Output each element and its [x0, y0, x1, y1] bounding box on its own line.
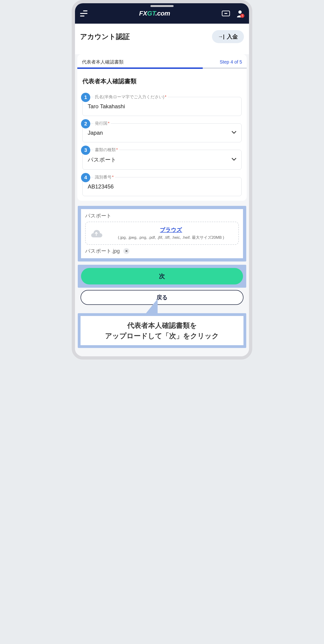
idnum-input[interactable]	[82, 177, 242, 196]
file-hint: (.jpg, .jpeg, .png, .pdf, .jfif, .tiff, …	[108, 235, 234, 240]
header-actions: !	[222, 10, 244, 18]
deposit-button[interactable]: →| 入金	[212, 30, 244, 43]
doctype-label: 書類の種類*	[94, 147, 119, 152]
logo-gt: GT	[147, 10, 156, 17]
callout-box: 代表者本人確認書類を アップロードして「次」をクリック	[78, 313, 246, 348]
name-input[interactable]	[82, 97, 242, 116]
form-card: 代表者本人確認書類 Step 4 of 5 代表者本人確認書類 1 氏名(半角ロ…	[77, 54, 247, 201]
callout-line2: アップロードして「次」をクリック	[83, 330, 241, 341]
ticket-icon[interactable]	[222, 10, 230, 16]
remove-file-button[interactable]: ×	[123, 248, 129, 254]
next-button-highlight: 次	[78, 265, 246, 288]
callout-wrap: 代表者本人確認書類を アップロードして「次」をクリック	[78, 313, 246, 348]
svg-rect-1	[224, 13, 227, 14]
doctype-select[interactable]: パスポート	[82, 150, 242, 170]
callout-line1: 代表者本人確認書類を	[83, 320, 241, 330]
page-title: アカウント認証	[80, 32, 130, 42]
browse-link[interactable]: ブラウズ	[108, 226, 234, 234]
logo-prefix: FX	[139, 10, 147, 17]
uploaded-file-row: パスポート.jpg ×	[85, 248, 239, 254]
upload-card: パスポート ブラウズ (.jpg, .jpeg, .png, .pdf, .jf…	[81, 209, 243, 258]
logo: FXGT.com	[139, 10, 170, 17]
upload-dropzone[interactable]: ブラウズ (.jpg, .jpeg, .png, .pdf, .jfif, .t…	[85, 222, 239, 245]
menu-icon[interactable]	[80, 10, 87, 16]
progress-bar	[77, 68, 247, 69]
idnum-field-group: 4 識別番号*	[82, 177, 242, 196]
page-title-bar: アカウント認証 →| 入金	[75, 24, 249, 49]
badge-2: 2	[81, 119, 90, 128]
deposit-arrow-icon: →|	[218, 34, 224, 40]
alert-badge-icon: !	[240, 14, 244, 18]
step-title: 代表者本人確認書類	[82, 59, 124, 65]
upload-highlight-box: パスポート ブラウズ (.jpg, .jpeg, .png, .pdf, .jf…	[78, 206, 246, 262]
country-select[interactable]: Japan	[82, 123, 242, 142]
badge-1: 1	[81, 93, 90, 102]
step-header: 代表者本人確認書類 Step 4 of 5	[77, 59, 247, 68]
upload-title: パスポート	[85, 212, 239, 219]
name-field-group: 1 氏名(半角ローマ字でご入力ください)*	[82, 97, 242, 116]
logo-suffix: .com	[156, 10, 170, 17]
name-label: 氏名(半角ローマ字でご入力ください)*	[94, 94, 168, 100]
progress-fill	[77, 68, 203, 69]
deposit-label: 入金	[227, 33, 238, 40]
idnum-label: 識別番号*	[94, 174, 115, 180]
uploaded-file-name: パスポート.jpg	[85, 248, 120, 254]
callout-pointer-icon	[146, 299, 158, 313]
step-counter: Step 4 of 5	[220, 59, 242, 65]
doctype-field-group: 3 書類の種類* パスポート	[82, 150, 242, 170]
svg-point-2	[238, 10, 242, 14]
country-label: 発行国*	[94, 120, 111, 126]
badge-3: 3	[81, 146, 90, 155]
country-field-group: 2 発行国* Japan	[82, 123, 242, 142]
next-button[interactable]: 次	[81, 268, 243, 284]
section-heading: 代表者本人確認書類	[77, 69, 247, 90]
cloud-upload-icon	[90, 228, 103, 238]
back-button[interactable]: 戻る	[81, 290, 243, 305]
badge-4: 4	[81, 173, 90, 182]
profile-icon[interactable]: !	[236, 10, 244, 18]
